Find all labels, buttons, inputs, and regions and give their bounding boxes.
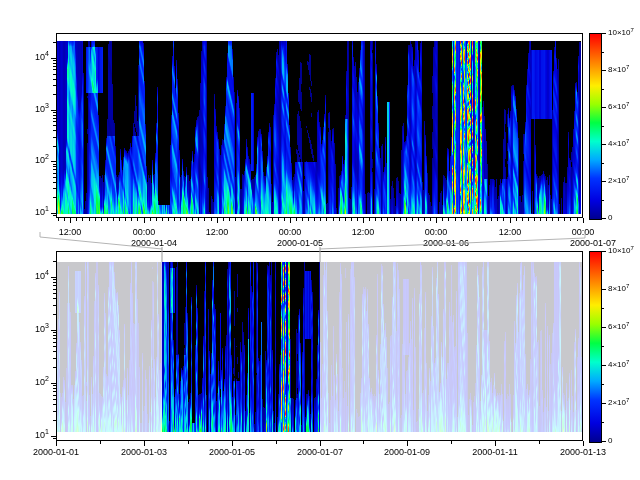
colorbar-minor-tick <box>602 308 604 309</box>
x-minor-tick <box>119 218 120 221</box>
x-minor-tick <box>314 218 315 221</box>
x-minor-tick <box>253 218 254 221</box>
x-minor-tick <box>577 218 578 221</box>
colorbar-tick-label: 10×107 <box>608 246 634 256</box>
colorbar-minor-tick <box>602 346 604 347</box>
y-major-tick <box>51 383 56 384</box>
x-minor-tick <box>546 218 547 221</box>
x-minor-tick <box>369 218 370 221</box>
x-minor-tick <box>497 218 498 221</box>
y-minor-tick <box>53 130 56 131</box>
x-minor-tick <box>168 218 169 221</box>
x-tick-date-label: 2000-01-05 <box>277 238 323 248</box>
colorbar-tick-label: 8×107 <box>608 65 629 75</box>
x-minor-tick <box>473 218 474 221</box>
x-minor-tick <box>308 218 309 221</box>
y-minor-tick <box>53 197 56 198</box>
x-tick-label: 2000-01-03 <box>119 447 169 457</box>
x-minor-tick <box>570 218 571 221</box>
colorbar-major-tick <box>602 181 606 182</box>
y-major-tick <box>51 213 56 214</box>
y-minor-tick <box>53 69 56 70</box>
y-minor-tick <box>53 342 56 343</box>
x-tick-label: 2000-01-11 <box>470 447 520 457</box>
x-minor-tick <box>64 218 65 221</box>
x-tick-label: 00:00 <box>119 227 169 237</box>
x-tick-label: 12:00 <box>192 227 242 237</box>
spectrogram-figure: 12:0000:002000-01-0412:0000:002000-01-05… <box>0 0 640 480</box>
y-tick-label: 104 <box>20 271 49 282</box>
x-major-tick <box>56 441 57 446</box>
y-minor-tick <box>53 351 56 352</box>
colorbar-tick-label: 0 <box>608 213 612 223</box>
x-major-tick <box>320 441 321 446</box>
x-minor-tick <box>265 218 266 221</box>
colorbar-minor-tick <box>602 384 604 385</box>
y-minor-tick <box>53 63 56 64</box>
x-minor-tick <box>345 218 346 221</box>
x-tick-date-label: 2000-01-06 <box>423 238 469 248</box>
x-minor-tick <box>491 218 492 221</box>
colorbar-minor-tick <box>602 200 604 201</box>
y-minor-tick <box>53 164 56 165</box>
y-minor-tick <box>53 298 56 299</box>
y-tick-label: 104 <box>20 52 49 63</box>
x-major-tick <box>583 218 584 223</box>
x-minor-tick <box>333 218 334 221</box>
y-minor-tick <box>53 146 56 147</box>
colorbar-tick-label: 6×107 <box>608 322 629 332</box>
x-minor-tick <box>284 218 285 221</box>
y-minor-tick <box>53 42 56 43</box>
x-minor-tick <box>351 218 352 221</box>
colorbar-major-tick <box>602 441 606 442</box>
x-minor-tick <box>326 218 327 221</box>
x-tick-label: 2000-01-07 <box>295 447 345 457</box>
x-minor-tick <box>467 218 468 221</box>
y-minor-tick <box>53 358 56 359</box>
y-minor-tick <box>53 335 56 336</box>
x-minor-tick <box>131 218 132 221</box>
x-minor-tick <box>406 218 407 221</box>
x-major-tick <box>217 218 218 223</box>
x-minor-tick <box>381 218 382 221</box>
zoom-selection-region[interactable] <box>162 251 320 441</box>
x-minor-tick <box>180 218 181 221</box>
x-tick-label: 12:00 <box>338 227 388 237</box>
y-minor-tick <box>53 289 56 290</box>
y-minor-tick <box>53 279 56 280</box>
x-minor-tick <box>394 218 395 221</box>
x-minor-tick <box>503 218 504 221</box>
y-minor-tick <box>53 60 56 61</box>
colorbar-major-tick <box>602 251 606 252</box>
x-minor-tick <box>89 218 90 221</box>
y-minor-tick <box>53 261 56 262</box>
y-minor-tick <box>53 125 56 126</box>
colorbar-tick-label: 2×107 <box>608 398 629 408</box>
x-minor-tick <box>235 218 236 221</box>
x-tick-label: 12:00 <box>45 227 95 237</box>
x-minor-tick <box>113 218 114 221</box>
y-minor-tick <box>53 420 56 421</box>
y-tick-label: 101 <box>20 207 49 218</box>
y-minor-tick <box>53 385 56 386</box>
y-minor-tick <box>53 79 56 80</box>
x-minor-tick <box>485 218 486 221</box>
y-tick-label: 103 <box>20 324 49 335</box>
colorbar-tick-label: 0 <box>608 436 612 446</box>
y-minor-tick <box>53 188 56 189</box>
x-minor-tick <box>363 441 364 444</box>
x-minor-tick <box>174 218 175 221</box>
y-minor-tick <box>53 66 56 67</box>
y-minor-tick <box>53 182 56 183</box>
colorbar-bottom <box>589 251 602 443</box>
x-minor-tick <box>76 218 77 221</box>
y-minor-tick <box>53 137 56 138</box>
y-major-tick <box>51 277 56 278</box>
colorbar-top <box>589 33 602 220</box>
colorbar-major-tick <box>602 70 606 71</box>
colorbar-major-tick <box>602 365 606 366</box>
colorbar-minor-tick <box>602 52 604 53</box>
x-minor-tick <box>424 218 425 221</box>
x-minor-tick <box>211 218 212 221</box>
x-minor-tick <box>479 218 480 221</box>
